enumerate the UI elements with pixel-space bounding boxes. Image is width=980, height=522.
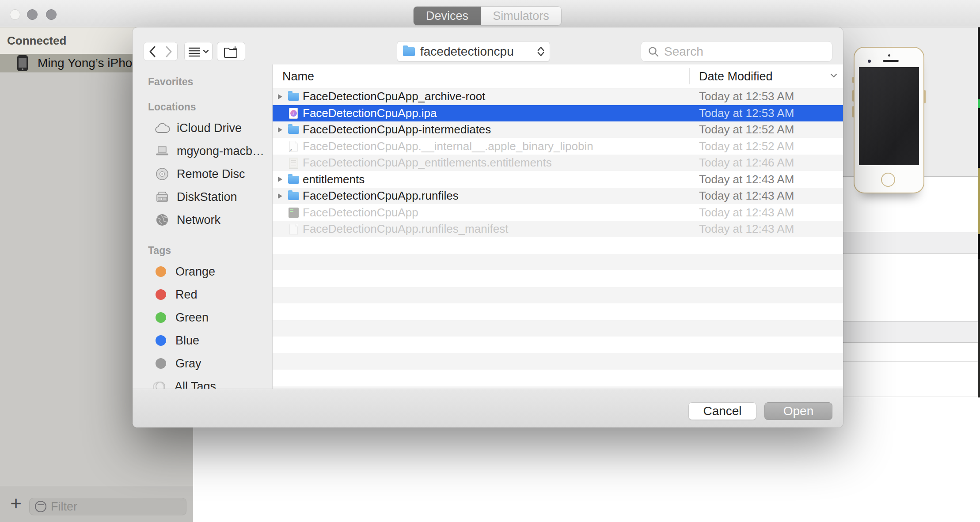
- sidebar-bottom-bar: + Filter: [0, 486, 193, 522]
- tag-label: All Tags…: [175, 380, 228, 389]
- iphone-device-preview-image: [854, 47, 924, 193]
- file-name: FaceDetectionCpuApp.runfiles_manifest: [303, 222, 508, 236]
- sidebar-location-item[interactable]: Network: [133, 208, 272, 231]
- file-date-modified: Today at 12:43 AM: [699, 206, 794, 219]
- sidebar-location-item[interactable]: mgyong-macb…: [133, 140, 272, 163]
- device-name: Ming Yong’s iPhone: [38, 56, 146, 70]
- device-filter-field[interactable]: Filter: [29, 498, 186, 515]
- iphone-icon: [17, 55, 28, 71]
- sort-chevron-icon[interactable]: [830, 73, 837, 78]
- filter-icon: [35, 501, 46, 512]
- tag-color-icon: [156, 382, 165, 389]
- locations-list: iCloud Drive mgyong-macb… Remote Disc: [133, 117, 272, 231]
- open-file-dialog: facedetectioncpu Favorites Locations: [133, 27, 843, 427]
- sidebar-location-item[interactable]: iCloud Drive: [133, 117, 272, 140]
- column-divider: [689, 68, 690, 84]
- forward-button[interactable]: [160, 42, 178, 61]
- phone-camera: [868, 60, 871, 63]
- screen-edge-strip: [978, 27, 980, 99]
- tag-color-icon: [156, 335, 166, 346]
- tags-section-title: Tags: [133, 245, 272, 257]
- file-name: FaceDetectionCpuApp_archive-root: [303, 90, 485, 103]
- document-icon: [289, 224, 298, 235]
- sidebar-item-label: iCloud Drive: [177, 121, 242, 135]
- file-date-modified: Today at 12:53 AM: [699, 106, 794, 120]
- sidebar-tag-item[interactable]: Red: [133, 283, 272, 306]
- column-header-name[interactable]: Name: [282, 70, 314, 83]
- sidebar-item-label: mgyong-macb…: [177, 144, 264, 158]
- sidebar-location-item[interactable]: Remote Disc: [133, 163, 272, 185]
- file-browser: Name Date Modified ♪ FaceDetectionCpuApp…: [273, 64, 843, 389]
- file-row[interactable]: ♪ FaceDetectionCpuApp.ipa Today at 12:53…: [273, 105, 843, 122]
- phone-sensor-dot: [888, 54, 890, 57]
- file-row[interactable]: ♪ FaceDetectionCpuApp.runfiles_manifest …: [273, 221, 843, 238]
- entitlements-file-icon: [289, 158, 298, 169]
- phone-power-button: [924, 90, 926, 103]
- tag-color-icon: [156, 312, 166, 323]
- minimize-window-button[interactable]: [27, 9, 38, 20]
- file-row[interactable]: ♪ FaceDetectionCpuApp_archive-root Today…: [273, 88, 843, 105]
- disclosure-triangle-icon[interactable]: [278, 127, 282, 132]
- popup-chevrons-icon: [537, 47, 544, 56]
- title-bar: Devices Simulators: [0, 0, 980, 27]
- search-field[interactable]: [641, 41, 832, 62]
- favorites-section-title: Favorites: [133, 76, 272, 88]
- chevron-down-icon: [203, 50, 209, 53]
- new-folder-button[interactable]: [217, 42, 245, 61]
- file-row[interactable]: ♪ FaceDetectionCpuApp Today at 12:43 AM: [273, 204, 843, 221]
- zoom-window-button[interactable]: [46, 9, 57, 20]
- file-name: entitlements: [303, 173, 365, 186]
- devices-simulators-segmented-control: Devices Simulators: [413, 6, 562, 26]
- add-device-button[interactable]: +: [6, 492, 26, 514]
- current-folder-popup[interactable]: facedetectioncpu: [397, 41, 550, 62]
- file-date-modified: Today at 12:43 AM: [699, 189, 794, 203]
- executable-file-icon: [289, 208, 299, 218]
- phone-volume-up: [852, 90, 854, 102]
- tags-list: Orange Red Green Blue Gray All Tags…: [133, 260, 272, 389]
- disclosure-triangle-icon[interactable]: [278, 193, 282, 199]
- disclosure-triangle-icon[interactable]: [278, 177, 282, 182]
- tag-label: Red: [175, 288, 198, 302]
- file-row[interactable]: ♪ FaceDetectionCpuApp_entitlements.entit…: [273, 155, 843, 171]
- sidebar-location-item[interactable]: DiskStation: [133, 185, 272, 208]
- sidebar-tag-item[interactable]: Orange: [133, 260, 272, 283]
- file-date-modified: Today at 12:52 AM: [699, 140, 794, 153]
- column-header-date-modified[interactable]: Date Modified: [699, 70, 773, 83]
- dialog-sidebar: Favorites Locations iCloud Drive mgyong-…: [133, 64, 273, 389]
- dialog-toolbar: facedetectioncpu: [133, 27, 843, 64]
- view-options-button[interactable]: [184, 42, 213, 61]
- sidebar-tag-item[interactable]: Gray: [133, 352, 272, 375]
- search-input[interactable]: [663, 44, 809, 59]
- file-row[interactable]: ♪ entitlements Today at 12:43 AM: [273, 171, 843, 188]
- chevron-left-icon: [150, 47, 155, 57]
- list-header: Name Date Modified: [273, 64, 843, 88]
- current-folder-name: facedetectioncpu: [420, 45, 514, 59]
- tag-label: Blue: [175, 334, 199, 348]
- file-name: FaceDetectionCpuApp: [303, 206, 418, 219]
- file-date-modified: Today at 12:53 AM: [699, 90, 794, 103]
- file-name: FaceDetectionCpuApp_entitlements.entitle…: [303, 156, 552, 170]
- dialog-button-bar: Cancel Open: [133, 389, 843, 427]
- disclosure-triangle-icon[interactable]: [278, 94, 282, 99]
- tab-devices[interactable]: Devices: [414, 7, 481, 25]
- file-row[interactable]: ♪ FaceDetectionCpuApp-intermediates Toda…: [273, 121, 843, 138]
- sidebar-tag-item[interactable]: Blue: [133, 329, 272, 352]
- open-button[interactable]: Open: [764, 402, 832, 420]
- file-row[interactable]: ♪ FaceDetectionCpuApp.__internal__.apple…: [273, 138, 843, 155]
- screen-edge-strip: [978, 234, 980, 259]
- back-button[interactable]: [144, 42, 161, 61]
- file-name: FaceDetectionCpuApp-intermediates: [303, 123, 491, 136]
- close-window-button[interactable]: [10, 9, 20, 20]
- file-row[interactable]: ♪ FaceDetectionCpuApp.runfiles Today at …: [273, 188, 843, 204]
- tab-simulators[interactable]: Simulators: [481, 7, 561, 25]
- sidebar-tag-item[interactable]: All Tags…: [133, 375, 272, 389]
- tag-color-icon: [156, 266, 166, 277]
- locations-section-title: Locations: [133, 101, 272, 113]
- tag-label: Green: [175, 311, 209, 325]
- file-date-modified: Today at 12:52 AM: [699, 123, 794, 136]
- laptop-icon: [155, 145, 170, 157]
- cancel-button[interactable]: Cancel: [688, 402, 756, 420]
- sidebar-tag-item[interactable]: Green: [133, 306, 272, 329]
- folder-icon: [288, 176, 299, 184]
- file-name: FaceDetectionCpuApp.ipa: [303, 106, 437, 120]
